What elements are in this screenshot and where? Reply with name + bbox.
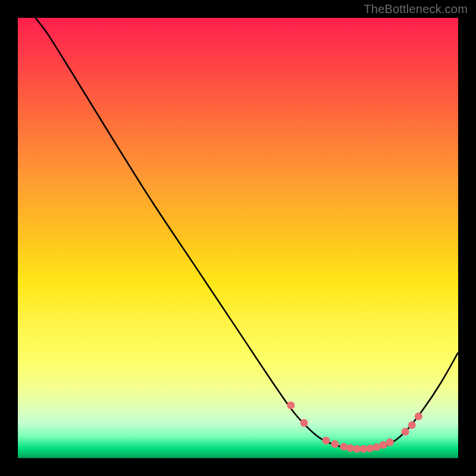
chart-marker <box>408 421 416 429</box>
chart-marker <box>402 428 409 436</box>
chart-marker <box>367 444 374 452</box>
chart-marker <box>331 440 339 448</box>
chart-marker <box>340 443 347 450</box>
chart-marker <box>380 441 387 449</box>
chart-marker <box>300 419 308 427</box>
chart-marker <box>322 437 330 444</box>
chart-marker <box>386 439 394 446</box>
chart-marker <box>287 402 295 409</box>
chart-marker <box>415 412 422 420</box>
chart-marker <box>346 444 354 452</box>
chart-frame <box>18 18 458 458</box>
chart-line <box>36 18 458 450</box>
chart-plot <box>18 18 458 458</box>
chart-marker <box>353 445 361 453</box>
attribution-text: TheBottleneck.com <box>364 2 468 16</box>
chart-marker <box>373 443 381 451</box>
chart-marker <box>359 445 367 453</box>
